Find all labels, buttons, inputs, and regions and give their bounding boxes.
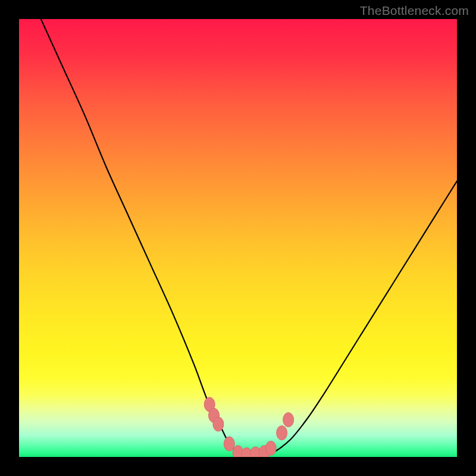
marker-point <box>283 412 294 427</box>
bottleneck-curve <box>41 19 457 455</box>
marker-point <box>224 437 234 451</box>
plot-area <box>19 19 457 457</box>
chart-frame: TheBottleneck.com <box>0 0 476 476</box>
marker-point <box>277 426 287 440</box>
watermark-text: TheBottleneck.com <box>360 4 469 18</box>
plot-svg <box>19 19 457 457</box>
marker-point <box>213 417 224 431</box>
marker-point <box>265 441 276 455</box>
